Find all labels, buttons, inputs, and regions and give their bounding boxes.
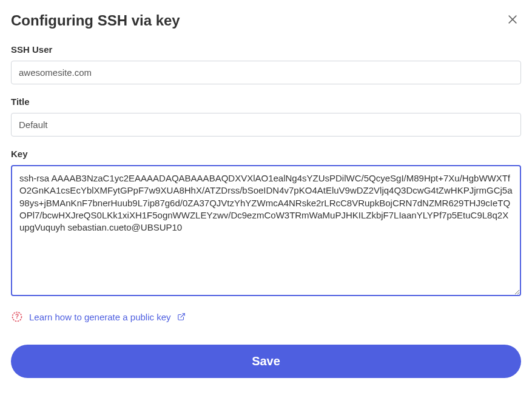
key-label: Key	[11, 149, 521, 159]
svg-text:?: ?	[15, 313, 19, 320]
external-link-icon	[177, 312, 186, 321]
help-link-text: Learn how to generate a public key	[29, 312, 171, 322]
dialog-title: Configuring SSH via key	[11, 12, 180, 29]
close-button[interactable]	[504, 11, 521, 30]
close-icon	[507, 13, 519, 27]
svg-line-4	[180, 314, 184, 317]
title-label: Title	[11, 96, 521, 107]
help-icon: ?	[11, 311, 23, 323]
save-button[interactable]: Save	[11, 345, 521, 378]
key-textarea[interactable]: ssh-rsa AAAAB3NzaC1yc2EAAAADAQABAAABAQDX…	[11, 165, 521, 296]
ssh-user-input[interactable]	[11, 61, 521, 84]
generate-key-help-link[interactable]: Learn how to generate a public key	[29, 312, 186, 322]
title-input[interactable]	[11, 113, 521, 137]
ssh-user-label: SSH User	[11, 44, 521, 55]
